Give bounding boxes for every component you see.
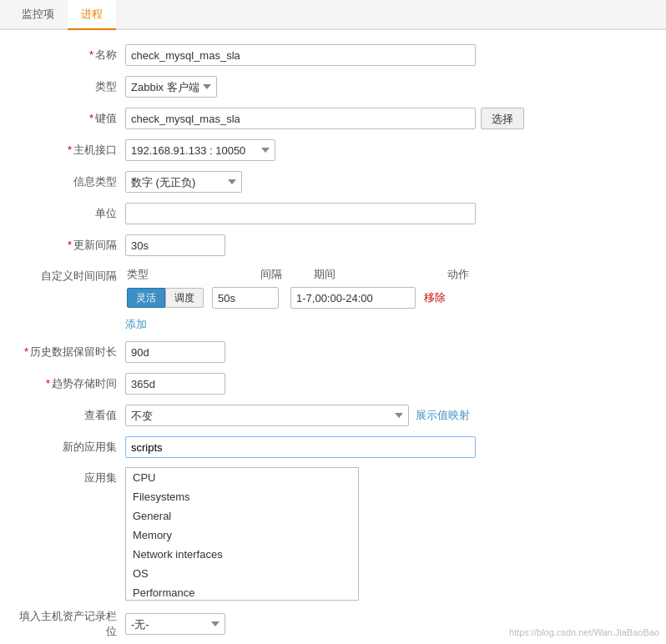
col-period: 期间: [289, 265, 422, 285]
interval-value-cell: [210, 285, 289, 310]
host-interface-select[interactable]: 192.168.91.133 : 10050: [125, 139, 275, 161]
label-trend: *趋势存储时间: [17, 376, 125, 391]
type-btn-schedule[interactable]: 调度: [165, 288, 204, 308]
host-asset-select[interactable]: -无-: [125, 613, 225, 635]
name-input[interactable]: [125, 44, 476, 66]
custom-interval-content: 类型 间隔 期间 动作 灵活 调度: [125, 265, 476, 332]
interval-value-input[interactable]: [212, 287, 279, 309]
interval-period-cell: [289, 285, 422, 310]
exhibit-mapping-link[interactable]: 展示值映射: [416, 408, 470, 423]
unit-input[interactable]: [125, 203, 476, 224]
app-item-general[interactable]: General: [126, 506, 358, 526]
app-item-memory[interactable]: Memory: [126, 526, 358, 545]
watermark: https://blog.csdn.net/Wan.JiaBaoBao: [509, 627, 659, 637]
key-input[interactable]: [125, 108, 476, 129]
required-star-key: *: [89, 112, 93, 124]
label-new-app-set: 新的应用集: [17, 440, 125, 455]
lookup-select[interactable]: 不变: [125, 405, 409, 426]
key-select-button[interactable]: 选择: [481, 108, 524, 129]
required-star-interval: *: [68, 239, 72, 251]
tab-process[interactable]: 进程: [68, 0, 116, 30]
interval-table: 类型 间隔 期间 动作 灵活 调度: [125, 265, 476, 310]
col-type: 类型: [125, 265, 210, 285]
row-unit: 单位: [17, 202, 649, 225]
row-lookup: 查看值 不变 展示值映射: [17, 404, 649, 427]
interval-period-input[interactable]: [290, 287, 416, 309]
label-lookup: 查看值: [17, 408, 125, 423]
add-interval-link[interactable]: 添加: [125, 317, 147, 332]
history-input[interactable]: [125, 341, 225, 363]
app-item-os[interactable]: OS: [126, 564, 358, 583]
interval-type-cell: 灵活 调度: [125, 285, 210, 310]
label-unit: 单位: [17, 206, 125, 221]
trend-input[interactable]: [125, 373, 225, 395]
remove-interval-link[interactable]: 移除: [424, 291, 446, 304]
add-interval-row: 添加: [125, 315, 476, 332]
row-history: *历史数据保留时长: [17, 340, 649, 364]
col-action: 动作: [422, 265, 476, 285]
required-star-history: *: [24, 345, 28, 358]
label-history: *历史数据保留时长: [17, 345, 125, 360]
label-custom-interval: 自定义时间间隔: [17, 265, 125, 284]
app-set-dropdown[interactable]: CPU Filesystems General Memory Network i…: [125, 467, 359, 601]
label-type: 类型: [17, 79, 125, 94]
label-host-asset: 填入主机资产记录栏位: [17, 609, 125, 639]
label-app-set: 应用集: [17, 467, 125, 486]
row-info-type: 信息类型 数字 (无正负): [17, 170, 649, 194]
app-item-cpu[interactable]: CPU: [126, 468, 358, 487]
row-custom-interval: 自定义时间间隔 类型 间隔 期间 动作 灵活: [17, 265, 649, 332]
label-info-type: 信息类型: [17, 174, 125, 189]
interval-action-cell: 移除: [422, 285, 476, 310]
row-type: 类型 Zabbix 客户端: [17, 75, 649, 98]
tab-monitor[interactable]: 监控项: [8, 0, 68, 30]
form-container: *名称 类型 Zabbix 客户端 *键值 选择 *主机接口 192.168.9…: [0, 30, 666, 644]
app-item-performance[interactable]: Performance: [126, 583, 358, 601]
row-update-interval: *更新间隔: [17, 234, 649, 257]
type-btn-group: 灵活 调度: [127, 288, 204, 308]
update-interval-input[interactable]: [125, 234, 225, 256]
col-interval: 间隔: [210, 265, 289, 285]
row-key: *键值 选择: [17, 107, 649, 130]
label-update-interval: *更新间隔: [17, 238, 125, 253]
info-type-select[interactable]: 数字 (无正负): [125, 171, 242, 193]
row-trend: *趋势存储时间: [17, 372, 649, 395]
required-star-host: *: [68, 143, 72, 156]
type-select[interactable]: Zabbix 客户端: [125, 76, 217, 98]
row-app-set: 应用集 CPU Filesystems General Memory Netwo…: [17, 467, 649, 601]
new-app-set-input[interactable]: [125, 436, 476, 458]
type-btn-flexible[interactable]: 灵活: [127, 288, 165, 308]
row-host-interface: *主机接口 192.168.91.133 : 10050: [17, 138, 649, 162]
interval-row: 灵活 调度 移除: [125, 285, 476, 310]
required-star-name: *: [89, 48, 93, 61]
required-star-trend: *: [46, 377, 50, 390]
app-item-network[interactable]: Network interfaces: [126, 545, 358, 564]
label-key: *键值: [17, 111, 125, 126]
app-item-filesystems[interactable]: Filesystems: [126, 487, 358, 506]
tab-bar: 监控项 进程: [0, 0, 666, 30]
row-new-app-set: 新的应用集: [17, 435, 649, 459]
label-name: *名称: [17, 48, 125, 63]
label-host-interface: *主机接口: [17, 143, 125, 158]
row-name: *名称: [17, 43, 649, 67]
